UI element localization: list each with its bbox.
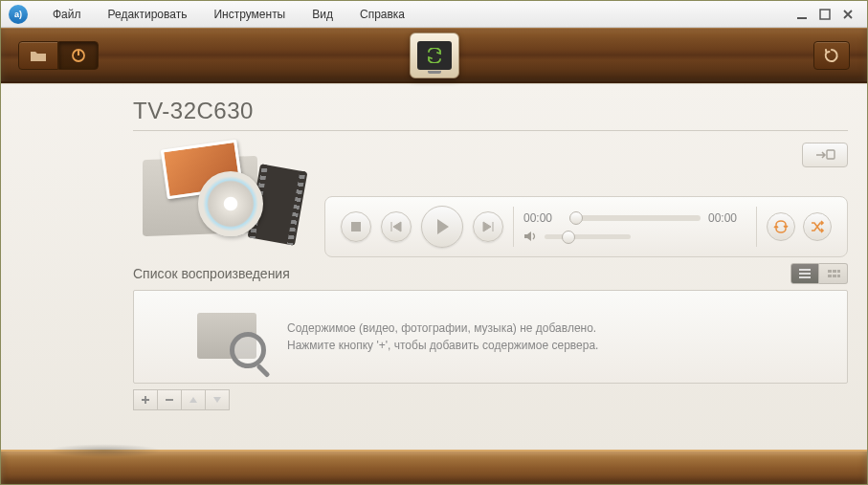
content-area: TV-32C630 00:00 00:00 (1, 83, 867, 450)
title-bar: TV-32C630 (133, 98, 848, 131)
svg-rect-7 (833, 270, 836, 273)
window-controls (794, 8, 859, 21)
monitor-sync-icon (417, 41, 452, 70)
next-icon (481, 221, 495, 232)
playlist-header: Список воспроизведения (133, 263, 848, 284)
menu-file[interactable]: Файл (39, 4, 95, 25)
remove-item-button[interactable] (157, 389, 182, 410)
total-time: 00:00 (708, 211, 746, 225)
svg-rect-8 (837, 270, 840, 273)
prev-icon (389, 221, 403, 232)
svg-rect-6 (828, 270, 832, 273)
device-title: TV-32C630 (133, 98, 254, 124)
current-time: 00:00 (523, 211, 562, 225)
time-section: 00:00 00:00 (523, 211, 746, 242)
stop-button[interactable] (341, 211, 371, 242)
grid-view-button[interactable] (819, 263, 848, 284)
view-toggle (790, 263, 848, 284)
folder-icon (30, 49, 47, 62)
folder-mode-button[interactable] (18, 41, 58, 70)
down-icon (212, 396, 222, 404)
up-icon (189, 396, 198, 404)
svg-rect-9 (828, 275, 832, 277)
power-icon (71, 48, 86, 63)
play-mode-button[interactable] (58, 41, 99, 70)
toolbar-mode-group (18, 41, 99, 70)
play-button[interactable] (421, 206, 463, 248)
move-down-button[interactable] (205, 389, 230, 410)
grid-icon (827, 269, 840, 278)
bottom-bar (1, 450, 867, 484)
playlist-title: Список воспроизведения (133, 266, 290, 281)
next-button[interactable] (473, 211, 503, 242)
svg-rect-4 (827, 150, 835, 159)
shuffle-icon (810, 220, 825, 233)
center-app-badge (410, 33, 459, 78)
playlist-box: Содержимое (видео, фотографии, музыка) н… (133, 290, 848, 384)
prev-button[interactable] (381, 211, 412, 242)
list-view-button[interactable] (790, 263, 819, 284)
empty-line-2: Нажмите кнопку '+', чтобы добавить содер… (287, 337, 598, 354)
seek-slider[interactable] (569, 215, 701, 221)
svg-rect-5 (351, 222, 361, 231)
list-icon (798, 269, 812, 278)
minimize-button[interactable] (794, 8, 810, 21)
close-button[interactable] (840, 8, 856, 21)
cast-to-screen-button[interactable] (802, 143, 848, 167)
cast-icon (814, 148, 835, 162)
plus-icon (141, 395, 150, 405)
minus-icon (165, 395, 174, 405)
player-bar: 00:00 00:00 (324, 196, 848, 257)
svg-rect-1 (820, 10, 830, 19)
media-illustration (133, 141, 305, 246)
svg-rect-0 (797, 17, 807, 19)
menubar: a) Файл Редактировать Инструменты Вид Сп… (1, 1, 867, 28)
empty-folder-icon (191, 303, 268, 370)
maximize-button[interactable] (817, 8, 833, 21)
svg-rect-11 (837, 275, 840, 277)
menu-tools[interactable]: Инструменты (200, 4, 299, 25)
menu-view[interactable]: Вид (299, 4, 346, 25)
repeat-button[interactable] (767, 212, 795, 241)
move-up-button[interactable] (181, 389, 206, 410)
add-item-button[interactable] (133, 389, 158, 410)
empty-message: Содержимое (видео, фотографии, музыка) н… (287, 320, 598, 354)
svg-rect-3 (78, 50, 79, 55)
svg-rect-10 (833, 275, 836, 277)
menu-edit[interactable]: Редактировать (95, 4, 201, 25)
menu-help[interactable]: Справка (346, 4, 418, 25)
refresh-button[interactable] (813, 41, 850, 70)
empty-line-1: Содержимое (видео, фотографии, музыка) н… (287, 320, 598, 337)
volume-slider[interactable] (545, 234, 631, 239)
volume-icon (523, 231, 537, 242)
play-icon (434, 218, 450, 235)
refresh-icon (823, 47, 840, 64)
stop-icon (351, 222, 361, 231)
playlist-controls (133, 389, 848, 410)
repeat-icon (773, 220, 789, 233)
shuffle-button[interactable] (803, 212, 832, 241)
app-icon: a) (9, 5, 28, 24)
toolbar (1, 28, 867, 83)
